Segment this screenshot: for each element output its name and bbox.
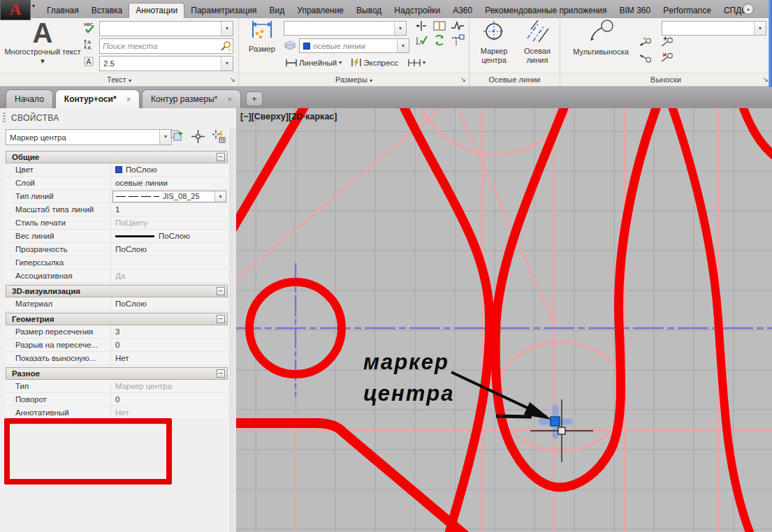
crosshair-cursor: [530, 399, 593, 462]
ribbon-tab-glavnaya[interactable]: Главная: [41, 3, 85, 18]
app-logo[interactable]: A: [0, 0, 31, 20]
chevron-down-icon[interactable]: ▾: [394, 22, 406, 35]
ribbon-tab-vid[interactable]: Вид: [263, 3, 291, 18]
center-mark-button[interactable]: Маркер центра: [472, 20, 516, 65]
palette-scrollbar[interactable]: [230, 128, 236, 532]
section-header-misc[interactable]: Разное −: [6, 367, 228, 380]
prop-value-hyperlink[interactable]: [110, 256, 228, 269]
section-header-general[interactable]: Общие −: [6, 151, 228, 163]
dim-update-icon[interactable]: [432, 34, 446, 47]
spell-check-icon[interactable]: ABC: [84, 22, 96, 34]
chevron-down-icon[interactable]: ▾: [423, 59, 425, 66]
close-icon[interactable]: ×: [126, 95, 131, 103]
ribbon-tab-parametrizaciya[interactable]: Параметризация: [184, 3, 263, 18]
viewport-controls-label[interactable]: [−][Сверху][2D-каркас]: [240, 112, 337, 121]
panel-label-leaders[interactable]: Выноски ↘: [560, 73, 771, 86]
doc-tab-kontur-razmery[interactable]: Контур размеры* ×: [142, 89, 241, 108]
prop-row-show-extension: Показать выносную... Нет: [6, 352, 228, 365]
express-dimension-button[interactable]: Экспресс: [348, 57, 402, 68]
chevron-down-icon[interactable]: ▾: [221, 22, 233, 36]
dimension-button[interactable]: Размер: [243, 20, 281, 54]
prop-row-transparency: Прозрачность ПоСлою: [6, 243, 228, 256]
collapse-icon[interactable]: −: [217, 153, 225, 161]
logo-dropdown-icon[interactable]: ▾: [32, 3, 35, 9]
dialog-launcher-icon[interactable]: ↘: [230, 75, 235, 84]
dim-inspect-icon[interactable]: [432, 20, 446, 32]
multileader-button[interactable]: Мультивыноска: [566, 20, 636, 57]
new-tab-button[interactable]: +: [246, 91, 263, 106]
text-style-combobox[interactable]: ▾: [99, 21, 233, 36]
drawing-canvas[interactable]: маркер центра [−][Сверху][2D-каркас]: [236, 108, 772, 532]
svg-text:A: A: [87, 58, 92, 66]
linear-dimension-button[interactable]: Линейный ▾: [282, 57, 345, 68]
leader-remove-point-icon[interactable]: [660, 52, 673, 64]
chevron-down-icon[interactable]: ▾: [214, 191, 226, 202]
toggle-pickadd-icon[interactable]: [170, 129, 184, 144]
panel-label-text[interactable]: Текст ▾ ↘: [0, 73, 238, 86]
doc-tab-nachalo[interactable]: Начало: [6, 89, 53, 108]
remove-leader-icon[interactable]: [639, 52, 653, 64]
collapse-icon[interactable]: −: [217, 287, 225, 295]
dialog-launcher-icon[interactable]: ↘: [763, 75, 769, 84]
chevron-down-icon[interactable]: ▾: [397, 39, 409, 52]
panel-label-dimensions[interactable]: Размеры ▾ ↘: [239, 73, 469, 86]
prop-value-rotation[interactable]: 0: [110, 393, 228, 406]
lineweight-preview: [115, 235, 154, 237]
dim-jog-icon[interactable]: [451, 20, 465, 32]
ribbon-tab-vstavka[interactable]: Вставка: [85, 3, 129, 18]
continue-dimension-button[interactable]: ▾: [405, 57, 429, 68]
ribbon-tab-performance[interactable]: Performance: [657, 3, 718, 18]
prop-value-lineweight[interactable]: ПоСлою: [110, 230, 228, 242]
dim-reassociate-icon[interactable]: [451, 34, 465, 47]
prop-value-linetype[interactable]: JIS_08_25 ▾: [110, 190, 228, 202]
mtext-button[interactable]: A Многострочный текст ▾: [4, 18, 81, 66]
doc-tab-kontur-osi[interactable]: Контур+оси* ×: [55, 89, 140, 108]
prop-value-material[interactable]: ПоСлою: [110, 297, 228, 310]
chevron-down-icon: ▾: [41, 57, 45, 65]
quick-select-icon[interactable]: [212, 129, 226, 144]
object-type-combobox[interactable]: Маркер центра ▾: [6, 129, 172, 145]
centerline-button[interactable]: Осевая линия: [516, 20, 559, 65]
dim-layer-combobox[interactable]: осевые линии ▾: [299, 38, 409, 53]
ribbon-tab-annotacii[interactable]: Аннотации: [129, 3, 184, 18]
ribbon-tab-vyvod[interactable]: Вывод: [350, 3, 388, 18]
mleader-style-combobox[interactable]: ▾: [662, 21, 766, 36]
select-objects-icon[interactable]: [191, 129, 205, 144]
panel-label-centerlines[interactable]: Осевые линии: [469, 73, 560, 86]
ribbon-tab-upravlenie[interactable]: Управление: [291, 3, 350, 18]
prop-value-color[interactable]: ПоСлою: [110, 163, 228, 176]
ribbon-minimize-button[interactable]: ▴: [743, 3, 754, 15]
ribbon-tab-nadstroyki[interactable]: Надстройки: [388, 3, 446, 18]
chevron-down-icon[interactable]: ▾: [754, 22, 766, 35]
dim-break-icon[interactable]: [414, 20, 428, 32]
prop-value-layer[interactable]: осевые линии: [110, 177, 228, 189]
palette-grip[interactable]: [3, 112, 6, 124]
collapse-icon[interactable]: −: [217, 369, 225, 378]
text-height-combobox[interactable]: 2.5 ▾: [99, 56, 233, 71]
prop-value-cross-gap[interactable]: 0: [110, 339, 228, 351]
dim-style-combobox[interactable]: ▾: [284, 21, 407, 36]
dialog-launcher-icon[interactable]: ↘: [460, 75, 466, 84]
prop-value-cross-size[interactable]: 3: [110, 325, 228, 338]
line-spacing-icon[interactable]: AA: [84, 38, 96, 50]
grip-point[interactable]: [551, 417, 560, 426]
dim-check-icon[interactable]: [414, 34, 428, 47]
ribbon-tab-a360[interactable]: A360: [446, 3, 479, 18]
section-header-3d[interactable]: 3D-визуализация −: [6, 285, 228, 297]
prop-value-plotstyle: ПоЦвету: [110, 216, 228, 229]
leader-add-point-icon[interactable]: [660, 36, 673, 49]
collapse-icon[interactable]: −: [217, 315, 225, 323]
prop-value-ltscale[interactable]: 1: [110, 203, 228, 216]
section-header-geometry[interactable]: Геометрия −: [6, 313, 228, 325]
ribbon-tab-bim360[interactable]: BIM 360: [613, 3, 657, 18]
chevron-down-icon[interactable]: ▾: [221, 57, 233, 71]
add-leader-icon[interactable]: [639, 36, 653, 49]
find-text-icon[interactable]: [220, 40, 231, 52]
ribbon-tab-apps[interactable]: Рекомендованные приложения: [479, 3, 613, 18]
chevron-down-icon[interactable]: ▾: [339, 59, 342, 66]
annotative-text-icon[interactable]: A: [84, 55, 96, 67]
close-icon[interactable]: ×: [227, 95, 231, 103]
prop-value-transparency[interactable]: ПоСлою: [110, 243, 228, 256]
prop-value-show-extension[interactable]: Нет: [110, 352, 228, 364]
search-input[interactable]: [103, 40, 207, 52]
